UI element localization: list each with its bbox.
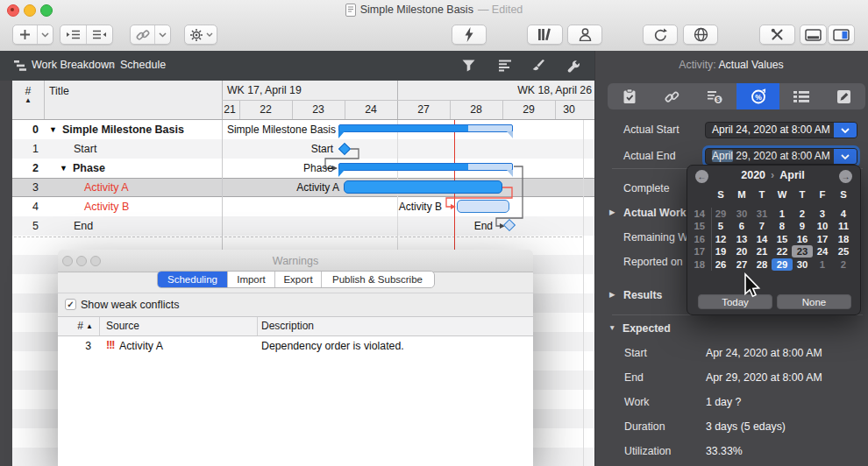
indent-button-group[interactable] bbox=[60, 25, 113, 45]
actual-end-field[interactable]: April 29, 2020 at 8:00 AM bbox=[705, 148, 857, 165]
task-bar-activity-a[interactable] bbox=[344, 180, 502, 194]
breadcrumb-schedule[interactable]: Schedule bbox=[120, 59, 166, 71]
calendar-day[interactable]: 1 bbox=[772, 208, 793, 220]
calendar-day[interactable]: 24 bbox=[812, 245, 833, 258]
calendar-day[interactable]: 20 bbox=[731, 245, 752, 258]
calendar-day[interactable]: 27 bbox=[731, 258, 752, 271]
sync-button[interactable] bbox=[643, 25, 678, 45]
calendar-day-selected[interactable]: 29 bbox=[772, 258, 793, 271]
actual-start-field[interactable]: April 24, 2020 at 8:00 AM bbox=[705, 122, 857, 138]
column-header-num[interactable]: # bbox=[58, 320, 83, 332]
calendar-day[interactable]: 31 bbox=[751, 208, 772, 220]
calendar-day[interactable]: 17 bbox=[812, 233, 833, 245]
outline-row-title[interactable]: Phase bbox=[73, 159, 105, 178]
calendar-day[interactable]: 15 bbox=[772, 233, 793, 245]
calendar-day[interactable]: 1 bbox=[812, 258, 833, 271]
actual-work-label[interactable]: Actual Work bbox=[623, 206, 687, 220]
actions-gear-button[interactable] bbox=[184, 25, 217, 45]
breadcrumb-work-breakdown[interactable]: Work Breakdown bbox=[32, 59, 115, 71]
indent-button[interactable] bbox=[60, 25, 86, 44]
connect-button[interactable] bbox=[131, 25, 154, 44]
calendar-day[interactable]: 7 bbox=[751, 220, 772, 232]
outline-row-title[interactable]: Activity A bbox=[84, 178, 129, 197]
calendar-day[interactable]: 3 bbox=[812, 208, 833, 220]
actual-end-picker-button[interactable] bbox=[834, 149, 857, 164]
show-weak-conflicts-label[interactable]: Show weak conflicts bbox=[81, 299, 180, 311]
calendar-day[interactable]: 22 bbox=[772, 245, 793, 258]
document-proxy-icon[interactable] bbox=[345, 4, 356, 17]
tab-connections[interactable] bbox=[651, 83, 694, 109]
inspect-wrench-icon[interactable] bbox=[567, 60, 580, 73]
tab-export[interactable]: Export bbox=[274, 272, 321, 287]
warnings-titlebar[interactable]: Warnings bbox=[58, 250, 533, 272]
assignments-button[interactable] bbox=[567, 25, 602, 45]
calendar-day[interactable]: 19 bbox=[710, 245, 731, 258]
tab-custom-data[interactable] bbox=[779, 83, 822, 109]
toggle-inspector-button[interactable] bbox=[828, 25, 855, 45]
results-label[interactable]: Results bbox=[623, 288, 662, 302]
summary-bar-phase[interactable] bbox=[338, 163, 513, 171]
tab-scheduling[interactable]: Scheduling bbox=[158, 272, 227, 287]
calendar-day[interactable]: 16 bbox=[792, 233, 813, 245]
calendar-day[interactable]: 25 bbox=[833, 245, 854, 258]
disclosure-triangle[interactable]: ▼ bbox=[60, 164, 68, 173]
divider[interactable] bbox=[99, 317, 100, 335]
calendar-day[interactable]: 12 bbox=[710, 233, 731, 245]
publish-subscribe-button[interactable] bbox=[683, 25, 718, 45]
divider[interactable] bbox=[257, 317, 258, 335]
calendar-day[interactable]: 6 bbox=[731, 220, 752, 232]
expected-section-header[interactable]: Expected bbox=[623, 321, 671, 335]
calendar-month[interactable]: April bbox=[779, 169, 804, 183]
add-task-button-group[interactable] bbox=[12, 25, 53, 45]
column-header-description[interactable]: Description bbox=[261, 320, 314, 332]
tools-button[interactable] bbox=[759, 25, 795, 45]
calendar-day[interactable]: 28 bbox=[751, 258, 772, 271]
prev-month-button[interactable]: ← bbox=[695, 170, 708, 183]
column-header-title[interactable]: Title bbox=[49, 85, 69, 97]
disclosure-triangle[interactable]: ▼ bbox=[49, 125, 57, 134]
tab-costs[interactable]: $ bbox=[694, 83, 736, 109]
calendar-day[interactable]: 5 bbox=[710, 220, 731, 232]
calendar-day[interactable]: 13 bbox=[731, 233, 752, 245]
next-month-button[interactable]: → bbox=[839, 170, 852, 183]
tab-import[interactable]: Import bbox=[227, 272, 274, 287]
connect-menu-button[interactable] bbox=[155, 25, 170, 44]
calendar-day-today[interactable]: 23 bbox=[792, 245, 813, 258]
column-header-source[interactable]: Source bbox=[106, 320, 139, 332]
calendar-day[interactable]: 26 bbox=[710, 258, 731, 271]
calendar-year[interactable]: 2020 bbox=[741, 169, 765, 183]
tab-publish-subscribe[interactable]: Publish & Subscribe bbox=[321, 272, 433, 287]
calendar-day[interactable]: 30 bbox=[792, 258, 813, 271]
disclosure-down-icon[interactable]: ▼ bbox=[608, 323, 615, 332]
style-brush-icon[interactable] bbox=[532, 60, 545, 73]
calendar-day[interactable]: 21 bbox=[751, 245, 772, 258]
calendar-day[interactable]: 11 bbox=[833, 220, 854, 232]
toggle-bottom-panel-button[interactable] bbox=[800, 25, 827, 45]
connect-button-group[interactable] bbox=[130, 25, 171, 45]
tab-notes[interactable] bbox=[822, 83, 865, 109]
column-header-num[interactable]: # bbox=[12, 85, 44, 97]
calendar-day[interactable]: 2 bbox=[792, 208, 813, 220]
tab-task-info[interactable] bbox=[608, 83, 651, 109]
view-options-icon[interactable] bbox=[498, 60, 512, 72]
outdent-button[interactable] bbox=[87, 25, 112, 44]
sort-indicator[interactable]: ▲ bbox=[86, 322, 93, 330]
outline-row-title[interactable]: End bbox=[74, 216, 93, 236]
disclosure-right-icon[interactable]: ▶ bbox=[609, 208, 615, 216]
calendar-day[interactable]: 8 bbox=[772, 220, 793, 232]
calendar-day[interactable]: 10 bbox=[812, 220, 833, 232]
sort-indicator[interactable]: ▲ bbox=[12, 96, 44, 104]
calendar-day[interactable]: 18 bbox=[833, 233, 854, 245]
calendar-day[interactable]: 29 bbox=[710, 208, 731, 220]
catch-up-button[interactable] bbox=[452, 25, 487, 45]
outline-row-title[interactable]: Start bbox=[74, 139, 96, 159]
calendar-day[interactable]: 4 bbox=[833, 208, 854, 220]
none-button[interactable]: None bbox=[777, 294, 851, 309]
add-task-button[interactable] bbox=[13, 25, 37, 44]
calendar-day[interactable]: 2 bbox=[833, 258, 854, 271]
resource-library-button[interactable] bbox=[527, 25, 563, 45]
task-bar-activity-b[interactable] bbox=[457, 200, 509, 213]
tab-actual-values[interactable]: % bbox=[736, 83, 779, 109]
actual-start-picker-button[interactable] bbox=[834, 123, 857, 138]
disclosure-right-icon[interactable]: ▶ bbox=[609, 290, 615, 299]
